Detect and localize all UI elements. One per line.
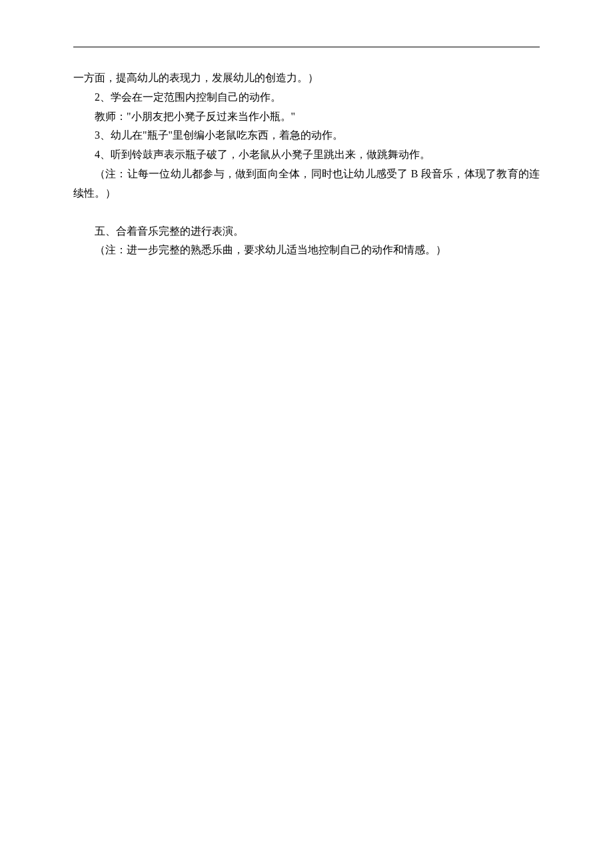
body-text-line-8: （注：进一步完整的熟悉乐曲，要求幼儿适当地控制自己的动作和情感。） [73, 241, 540, 260]
body-text-line-2: 2、学会在一定范围内控制自己的动作。 [73, 88, 540, 107]
body-text-line-1: 一方面，提高幼儿的表现力，发展幼儿的创造力。） [73, 69, 540, 88]
body-text-line-3: 教师："小朋友把小凳子反过来当作小瓶。" [73, 107, 540, 127]
body-text-line-4: 3、幼儿在"瓶子"里创编小老鼠吃东西，着急的动作。 [73, 126, 540, 145]
body-text-line-5: 4、听到铃鼓声表示瓶子破了，小老鼠从小凳子里跳出来，做跳舞动作。 [73, 145, 540, 165]
body-text-line-6: （注：让每一位幼儿都参与，做到面向全体，同时也让幼儿感受了 B 段音乐，体现了教… [73, 165, 540, 203]
page-container: 一方面，提高幼儿的表现力，发展幼儿的创造力。） 2、学会在一定范围内控制自己的动… [0, 0, 613, 260]
horizontal-divider [73, 47, 540, 47]
body-text-line-7: 五、合着音乐完整的进行表演。 [73, 222, 540, 241]
